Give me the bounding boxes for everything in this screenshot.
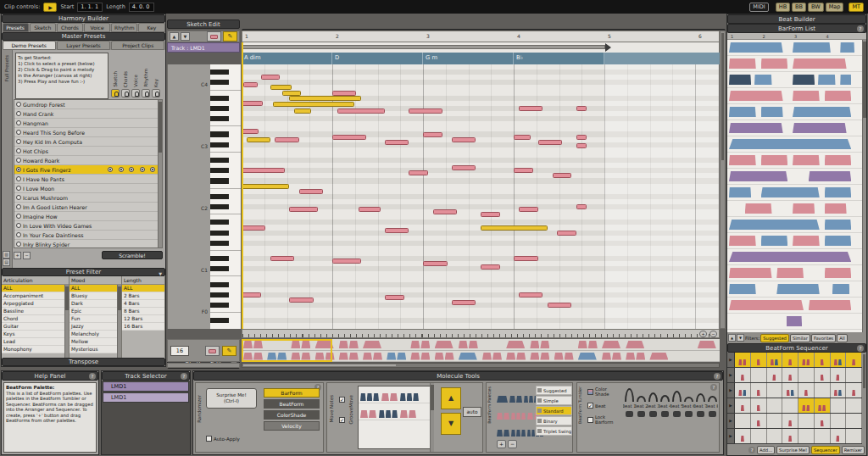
preset-radio[interactable]	[16, 186, 21, 191]
rhythm-ruler[interactable]: + −	[242, 329, 720, 338]
preset-row[interactable]: Im A Good Listen Hearer	[14, 203, 162, 212]
sequencer-cell[interactable]	[815, 429, 831, 443]
preset-radio[interactable]	[16, 167, 21, 172]
note[interactable]	[289, 298, 313, 303]
barform-shape[interactable]	[793, 58, 847, 69]
filter-item[interactable]: Mellow	[70, 338, 121, 346]
start-value-field[interactable]: 1. 1. 1	[77, 3, 103, 12]
sequencer-play-icon[interactable]: ▶	[727, 368, 735, 382]
length-value-field[interactable]: 4. 0. 0	[129, 3, 154, 12]
eraser-tool-button[interactable]	[205, 346, 220, 356]
beatform-group[interactable]	[435, 353, 454, 360]
filter-item[interactable]: Bluesy	[70, 292, 121, 300]
color-shade-option[interactable]: Color Shade	[587, 386, 621, 397]
note[interactable]	[242, 225, 265, 231]
preset-row[interactable]: I Have No Pants	[14, 175, 162, 184]
note[interactable]	[247, 137, 270, 142]
note[interactable]	[242, 292, 261, 298]
preset-row[interactable]: Inky Blinky Spider	[14, 240, 162, 248]
note[interactable]	[548, 303, 571, 308]
button-surpriseme[interactable]: Surprise Me!	[776, 446, 810, 454]
filter-item[interactable]: Dark	[70, 300, 121, 308]
sequencer-cell[interactable]	[798, 429, 815, 443]
sequencer-cell[interactable]	[846, 383, 862, 398]
button-add[interactable]: Add...	[757, 446, 775, 454]
sequencer-cell[interactable]	[846, 368, 862, 382]
sequencer-cell[interactable]	[751, 414, 767, 428]
help-icon[interactable]: ?	[748, 447, 755, 453]
beatform-group[interactable]	[578, 353, 597, 360]
tab-sketch[interactable]: Sketch	[30, 23, 56, 32]
barform-shape[interactable]	[818, 75, 836, 85]
barform-shape[interactable]	[729, 220, 820, 230]
barform-shape[interactable]	[729, 236, 756, 246]
preset-radio[interactable]	[16, 158, 21, 163]
surprise-me-button[interactable]: Surprise Me! (Ctrl-I)	[206, 388, 257, 409]
barform-row[interactable]	[727, 104, 866, 120]
beatform-group[interactable]	[497, 396, 508, 403]
groove-item[interactable]	[359, 403, 433, 420]
beatform-group[interactable]	[410, 353, 430, 360]
barform-shape[interactable]	[840, 75, 851, 85]
auto-button[interactable]: auto	[463, 407, 481, 417]
barform-shape[interactable]	[793, 155, 820, 165]
help-icon[interactable]: ?	[857, 25, 864, 32]
barform-shape[interactable]	[729, 75, 751, 85]
lock-icon[interactable]	[142, 89, 150, 97]
beatform-group[interactable]	[506, 341, 525, 348]
transpose-header[interactable]: Transpose	[2, 358, 165, 366]
zoom-out-icon[interactable]: −	[709, 331, 717, 337]
sequencer-scrollbar[interactable]	[862, 353, 866, 444]
note[interactable]	[519, 207, 538, 212]
note[interactable]	[519, 292, 542, 298]
beat-curve[interactable]	[708, 396, 717, 402]
auto-apply-option[interactable]: Auto-Apply	[206, 436, 240, 442]
barform-row[interactable]	[727, 233, 866, 249]
sequencer-cell[interactable]	[831, 353, 847, 367]
barform-shape[interactable]	[745, 203, 772, 214]
note[interactable]	[452, 300, 476, 305]
randomizer-target-beatform[interactable]: BeatForm	[264, 399, 320, 409]
palette-suggested[interactable]: Suggested	[536, 386, 572, 395]
topbar-button-bw[interactable]: BW	[808, 3, 824, 12]
filter-item[interactable]: Guitar	[2, 323, 69, 331]
barform-shape[interactable]	[787, 316, 803, 326]
barform-shape[interactable]	[761, 107, 783, 117]
beat-curve[interactable]	[660, 395, 670, 402]
preset-radio[interactable]	[16, 130, 21, 135]
checkbox-icon[interactable]	[587, 417, 593, 423]
chord-label[interactable]: B♭	[514, 53, 604, 64]
filter-item[interactable]: Fun	[70, 315, 121, 323]
note[interactable]	[282, 91, 302, 96]
note[interactable]	[243, 82, 258, 87]
filter-item[interactable]: Jazzy	[70, 323, 121, 331]
chord-track[interactable]: A dimDG mB♭	[242, 53, 720, 64]
sequencer-cell[interactable]	[767, 368, 783, 382]
chord-label[interactable]: A dim	[242, 53, 332, 64]
help-icon[interactable]: ?	[714, 373, 721, 380]
filter-item[interactable]: 2 Bars	[122, 292, 164, 300]
sequencer-cell[interactable]	[846, 398, 862, 413]
beat-button[interactable]	[661, 411, 669, 417]
note[interactable]	[452, 165, 476, 170]
track-row[interactable]: LMD1	[103, 392, 189, 403]
pencil-tool-button[interactable]: ✎	[222, 346, 236, 356]
beat-curve[interactable]	[637, 396, 646, 402]
sequencer-cell[interactable]	[831, 414, 847, 428]
lock-barform-option[interactable]: Lock Barform	[587, 414, 621, 425]
note[interactable]	[289, 207, 318, 212]
lock-icon[interactable]	[152, 89, 160, 97]
beatform-group[interactable]	[511, 413, 526, 420]
beatform-group[interactable]	[459, 341, 478, 348]
note[interactable]	[519, 106, 542, 111]
zoom-in-icon[interactable]: +	[699, 331, 707, 337]
note[interactable]	[242, 101, 263, 106]
randomizer-target-barform[interactable]: BarForm	[264, 388, 320, 398]
note[interactable]	[242, 168, 285, 173]
preset-row[interactable]: Gumdrop Forest	[14, 100, 162, 109]
barform-shape[interactable]	[793, 203, 815, 214]
preset-row[interactable]: Hand Crank	[14, 109, 162, 119]
note[interactable]	[514, 135, 531, 140]
sequencer-cell[interactable]	[798, 414, 815, 428]
beatform-group[interactable]	[435, 341, 453, 348]
